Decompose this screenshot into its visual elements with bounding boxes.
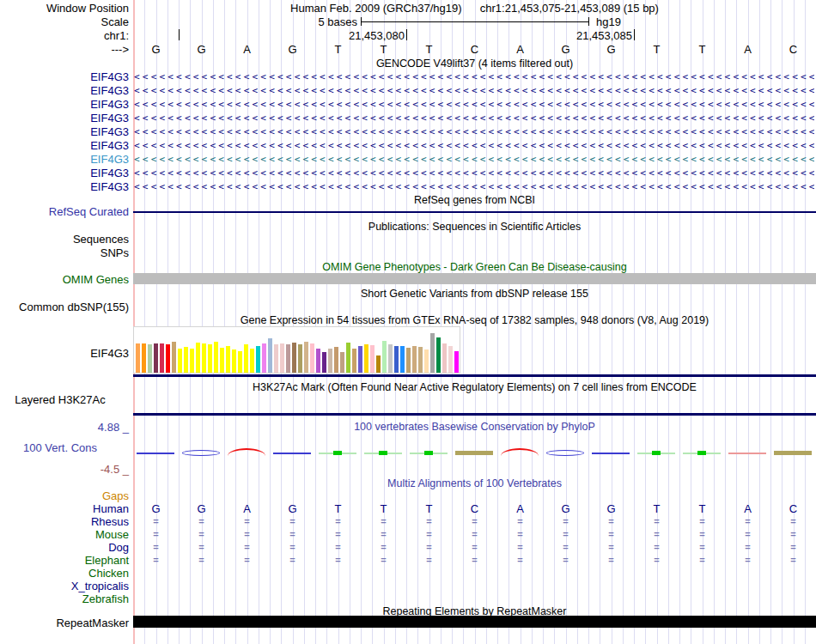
gtex-tissue-bar[interactable] (148, 344, 152, 373)
gtex-tissue-bar[interactable] (346, 343, 350, 373)
gtex-tissue-bar[interactable] (454, 351, 459, 373)
gtex-tissue-bar[interactable] (436, 337, 441, 373)
gtex-tissue-bar[interactable] (328, 349, 332, 373)
multiz-species-label[interactable]: Zebrafish (0, 592, 129, 605)
gtex-tissue-bar[interactable] (220, 348, 224, 373)
gene-row-label[interactable]: EIF4G3 (0, 99, 129, 111)
gtex-tissue-bar[interactable] (184, 347, 188, 373)
gtex-tissue-bar[interactable] (208, 344, 212, 373)
h3k27ac-label[interactable]: Layered H3K27Ac (0, 393, 120, 406)
gtex-tissue-bar[interactable] (244, 344, 248, 373)
gtex-tissue-bar[interactable] (418, 347, 423, 373)
gtex-gene-label[interactable]: EIF4G3 (0, 347, 129, 360)
multiz-species-label[interactable]: Dog (0, 541, 129, 554)
gtex-tissue-bar[interactable] (286, 344, 290, 373)
multiz-species-label[interactable]: Gaps (0, 489, 129, 502)
multiz-species-label[interactable]: Rhesus (0, 515, 129, 528)
gtex-tissue-bar[interactable] (364, 344, 368, 373)
gene-row[interactable]: EIF4G3<<<<<<<<<<<<<<<<<<<<<<<<<<<<<<<<<<… (0, 153, 816, 167)
gtex-tissue-bar[interactable] (316, 349, 320, 373)
gtex-tissue-bar[interactable] (214, 342, 218, 373)
gene-row[interactable]: EIF4G3<<<<<<<<<<<<<<<<<<<<<<<<<<<<<<<<<<… (0, 139, 816, 153)
gtex-tissue-bar[interactable] (142, 343, 146, 373)
gtex-tissue-bar[interactable] (322, 352, 326, 373)
gtex-tissue-bar[interactable] (370, 345, 375, 373)
align-identity-mark: = (452, 528, 497, 541)
gtex-tissue-bar[interactable] (226, 346, 230, 373)
gtex-tissue-bar[interactable] (430, 333, 435, 373)
gene-row-label[interactable]: EIF4G3 (0, 154, 129, 166)
gtex-tissue-bar[interactable] (424, 349, 429, 373)
gtex-tissue-bar[interactable] (292, 343, 296, 373)
sequences-label[interactable]: Sequences (0, 233, 129, 246)
gene-row-label[interactable]: EIF4G3 (0, 140, 129, 152)
gene-row[interactable]: EIF4G3<<<<<<<<<<<<<<<<<<<<<<<<<<<<<<<<<<… (0, 167, 816, 180)
gtex-tissue-bar[interactable] (250, 349, 254, 373)
multiz-species-label[interactable]: X_tropicalis (0, 580, 129, 592)
gtex-tissue-bar[interactable] (154, 343, 158, 373)
omim-genes-label[interactable]: OMIM Genes (0, 273, 129, 286)
gene-row[interactable]: EIF4G3<<<<<<<<<<<<<<<<<<<<<<<<<<<<<<<<<<… (0, 98, 816, 112)
gtex-tissue-bar[interactable] (166, 344, 170, 373)
gene-row-label[interactable]: EIF4G3 (0, 112, 129, 125)
gene-strand-arrows: <<<<<<<<<<<<<<<<<<<<<<<<<<<<<<<<<<<<<<<<… (134, 112, 814, 125)
gene-strand-arrows: <<<<<<<<<<<<<<<<<<<<<<<<<<<<<<<<<<<<<<<<… (134, 126, 814, 138)
gene-row-label[interactable]: EIF4G3 (0, 126, 129, 138)
gtex-tissue-bar[interactable] (448, 346, 453, 373)
gtex-tissue-bar[interactable] (394, 346, 399, 373)
gtex-tissue-bar[interactable] (202, 343, 206, 373)
gtex-tissue-bar[interactable] (376, 355, 381, 373)
gtex-tissue-bar[interactable] (334, 347, 338, 373)
omim-gene-bar[interactable] (133, 273, 816, 284)
gene-row-label[interactable]: EIF4G3 (0, 85, 129, 97)
gtex-tissue-bar[interactable] (196, 343, 200, 373)
gene-row-label[interactable]: EIF4G3 (0, 71, 129, 83)
refseq-gene-item[interactable] (133, 211, 816, 213)
gtex-tissue-bar[interactable] (382, 341, 387, 373)
conservation-label[interactable]: 100 Vert. Cons (0, 441, 120, 454)
gtex-tissue-bar[interactable] (442, 343, 447, 373)
gtex-tissue-bar[interactable] (256, 346, 260, 373)
gtex-tissue-bar[interactable] (298, 344, 302, 373)
gtex-tissue-bar[interactable] (304, 342, 308, 373)
gene-row-label[interactable]: EIF4G3 (0, 181, 129, 193)
gtex-tissue-bar[interactable] (238, 351, 242, 373)
repeatmasker-label[interactable]: RepeatMasker (0, 617, 129, 629)
gene-row[interactable]: EIF4G3<<<<<<<<<<<<<<<<<<<<<<<<<<<<<<<<<<… (0, 84, 816, 98)
gtex-tissue-bar[interactable] (400, 346, 405, 373)
gtex-barchart[interactable] (133, 326, 460, 374)
gtex-tissue-bar[interactable] (190, 349, 194, 373)
reference-base: C (770, 43, 816, 56)
gtex-tissue-bar[interactable] (340, 352, 344, 373)
repeatmasker-element-bar[interactable] (133, 616, 816, 628)
align-identity-mark: = (361, 515, 406, 528)
refseq-curated-label[interactable]: RefSeq Curated (0, 205, 129, 218)
dbsnp-label[interactable]: Common dbSNP(155) (0, 301, 129, 313)
gene-row[interactable]: EIF4G3<<<<<<<<<<<<<<<<<<<<<<<<<<<<<<<<<<… (0, 125, 816, 139)
multiz-species-label[interactable]: Chicken (0, 567, 129, 580)
gtex-tissue-bar[interactable] (352, 349, 356, 373)
gtex-tissue-bar[interactable] (406, 348, 411, 373)
gtex-tissue-bar[interactable] (388, 344, 393, 373)
gtex-tissue-bar[interactable] (232, 349, 236, 373)
reference-base: G (133, 43, 179, 56)
gtex-tissue-bar[interactable] (268, 338, 272, 373)
gtex-tissue-bar[interactable] (412, 346, 417, 373)
gtex-tissue-bar[interactable] (280, 343, 284, 373)
gtex-tissue-bar[interactable] (262, 343, 266, 373)
gtex-tissue-bar[interactable] (310, 343, 314, 373)
gtex-tissue-bar[interactable] (274, 344, 278, 373)
gtex-tissue-bar[interactable] (358, 346, 362, 373)
multiz-species-label[interactable]: Human (0, 502, 129, 515)
gtex-tissue-bar[interactable] (160, 343, 164, 373)
gene-row[interactable]: EIF4G3<<<<<<<<<<<<<<<<<<<<<<<<<<<<<<<<<<… (0, 180, 816, 194)
gtex-tissue-bar[interactable] (136, 343, 140, 373)
gtex-tissue-bar[interactable] (178, 349, 182, 373)
multiz-species-label[interactable]: Mouse (0, 528, 129, 541)
gene-row[interactable]: EIF4G3<<<<<<<<<<<<<<<<<<<<<<<<<<<<<<<<<<… (0, 70, 816, 84)
gene-row-label[interactable]: EIF4G3 (0, 167, 129, 179)
multiz-species-label[interactable]: Elephant (0, 554, 129, 567)
gene-row[interactable]: EIF4G3<<<<<<<<<<<<<<<<<<<<<<<<<<<<<<<<<<… (0, 112, 816, 125)
snps-label[interactable]: SNPs (0, 246, 129, 259)
gtex-tissue-bar[interactable] (172, 342, 176, 373)
